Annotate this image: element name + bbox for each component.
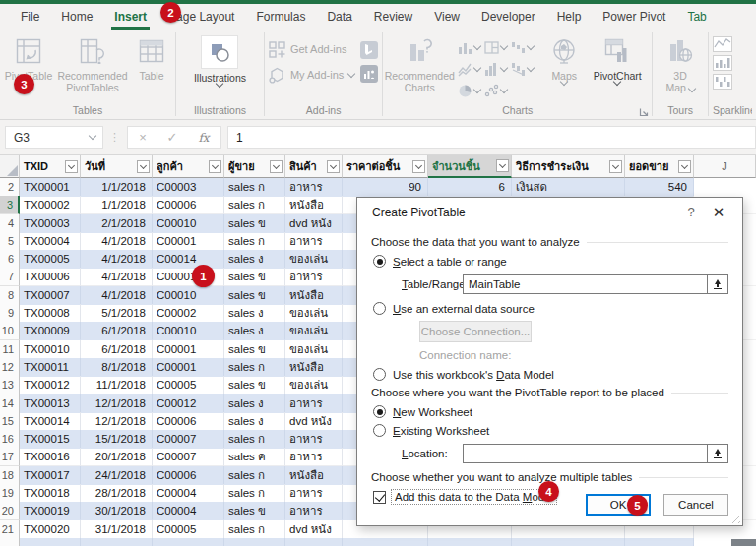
row-header[interactable]: 10 [0, 322, 20, 340]
cell[interactable]: 4/1/2018 [81, 250, 153, 269]
row-header[interactable]: 16 [0, 430, 20, 449]
cell[interactable]: sales ก [224, 484, 285, 503]
row-header[interactable]: 13 [0, 376, 20, 394]
cell[interactable]: sales ง [224, 322, 285, 340]
cell[interactable]: sales ง [224, 412, 285, 431]
cell[interactable]: sales ก [224, 466, 285, 485]
row-header[interactable]: 20 [0, 502, 20, 520]
filter-dropdown-button[interactable] [137, 160, 150, 173]
radio-existing-worksheet[interactable]: Existing Worksheet [371, 424, 728, 437]
cell[interactable]: อาหาร [285, 430, 343, 449]
cell[interactable]: 24/1/2018 [81, 466, 153, 485]
cell[interactable]: sales ค [224, 448, 285, 466]
cell[interactable]: 28/1/2018 [81, 484, 153, 503]
radio-button[interactable] [373, 405, 386, 418]
cell[interactable]: หนังสือ [285, 286, 343, 305]
cell[interactable]: C00007 [153, 448, 224, 466]
illustrations-button[interactable]: Illustrations [185, 32, 254, 97]
cell[interactable]: 12/1/2018 [81, 394, 153, 413]
cell[interactable]: TX00011 [20, 358, 81, 377]
cell[interactable]: sales ข [224, 376, 285, 394]
location-input[interactable] [463, 444, 708, 463]
formula-input[interactable]: 1 [227, 126, 756, 149]
insert-function-icon[interactable]: fx [187, 131, 220, 145]
my-addins-button[interactable]: My Add-ins [269, 62, 354, 88]
cell[interactable]: C00006 [153, 412, 224, 431]
radio-button[interactable] [373, 368, 386, 381]
cell[interactable]: C00004 [153, 484, 224, 503]
row-header[interactable]: 9 [0, 304, 20, 323]
cell[interactable]: C00014 [153, 250, 224, 269]
stock-chart-button[interactable] [511, 58, 537, 80]
people-graph-addin-icon[interactable] [360, 65, 378, 83]
confirm-entry-icon[interactable]: ✓ [158, 130, 187, 145]
column-chart-button[interactable] [458, 36, 484, 58]
cell[interactable]: 2/1/2018 [81, 214, 153, 233]
cell[interactable]: TX00006 [20, 268, 81, 286]
cell[interactable]: sales ก [224, 358, 285, 377]
column-header[interactable]: วิธีการชำระเงิน [512, 155, 625, 178]
cell[interactable]: 4/1/2018 [81, 232, 153, 251]
row-header[interactable]: 3 [0, 196, 20, 214]
column-sparkline-button[interactable] [713, 55, 732, 71]
filter-dropdown-button[interactable] [327, 160, 340, 173]
cell[interactable]: sales ข [224, 502, 285, 520]
radio-button[interactable] [373, 302, 386, 315]
column-header[interactable]: ลูกค้า [153, 155, 224, 178]
cell[interactable]: C00007 [153, 430, 224, 449]
cell[interactable]: 1/1/2018 [81, 178, 153, 197]
cell[interactable]: C00006 [153, 196, 224, 214]
cancel-button[interactable]: Cancel [663, 494, 728, 516]
radio-select-table-or-range[interactable]: Select a table or range [371, 255, 728, 268]
dialog-title-bar[interactable]: Create PivotTable ? ✕ [357, 198, 742, 226]
cell[interactable]: 30/1/2018 [81, 502, 153, 520]
column-header[interactable]: วันที่ [81, 155, 153, 178]
cell[interactable]: C00001 [153, 232, 224, 251]
resize-grip[interactable] [728, 512, 740, 523]
cell[interactable]: TX00012 [20, 376, 81, 394]
filter-dropdown-button[interactable] [678, 160, 691, 173]
histogram-chart-button[interactable] [484, 58, 511, 80]
tab-power-pivot[interactable]: Power Pivot [592, 4, 676, 30]
radio-external-data-source[interactable]: Use an external data source [371, 302, 728, 315]
cell[interactable]: C00003 [153, 178, 224, 197]
tab-home[interactable]: Home [50, 4, 103, 30]
column-header[interactable]: ผู้ขาย [224, 155, 285, 178]
cell[interactable]: 15/1/2018 [81, 430, 153, 449]
cell[interactable]: C00005 [153, 520, 224, 539]
row-header[interactable]: 5 [0, 232, 20, 251]
charts-dialog-launcher[interactable] [639, 107, 649, 117]
filter-dropdown-button[interactable] [412, 160, 425, 173]
cell[interactable]: dvd หนัง [285, 520, 343, 539]
tab-formulas[interactable]: Formulas [245, 4, 316, 30]
cell[interactable]: C00010 [153, 214, 224, 233]
filter-dropdown-button[interactable] [609, 160, 622, 173]
cell[interactable]: sales ข [224, 214, 285, 233]
cell[interactable]: sales ก [224, 520, 285, 539]
cell[interactable]: หนังสือ [285, 196, 343, 214]
row-header[interactable]: 7 [0, 268, 20, 286]
tab-data[interactable]: Data [316, 4, 362, 30]
scatter-chart-button[interactable] [484, 80, 511, 101]
tab-view[interactable]: View [423, 4, 471, 30]
tab-table-design[interactable]: Tab [676, 4, 717, 30]
cell[interactable]: 31/1/2018 [81, 520, 153, 539]
cell[interactable]: ของเล่น [285, 322, 343, 340]
cell[interactable]: 540 [625, 178, 694, 197]
cell[interactable]: อาหาร [285, 232, 343, 251]
row-header[interactable]: 2 [0, 178, 20, 197]
tab-developer[interactable]: Developer [471, 4, 546, 30]
row-header[interactable]: 11 [0, 340, 20, 359]
cell[interactable]: TX00015 [20, 430, 81, 449]
cell[interactable]: อาหาร [285, 502, 343, 520]
name-box[interactable]: G3 [5, 126, 103, 149]
cell[interactable]: sales ข [224, 340, 285, 359]
cell[interactable]: sales ก [224, 178, 285, 197]
tab-review[interactable]: Review [363, 4, 423, 30]
cell[interactable]: 5/1/2018 [81, 304, 153, 323]
line-chart-button[interactable] [458, 58, 484, 80]
row-header[interactable]: 8 [0, 286, 20, 305]
tab-file[interactable]: File [10, 4, 50, 30]
cell[interactable]: ของเล่น [285, 304, 343, 323]
radio-new-worksheet[interactable]: New Worksheet [371, 405, 728, 418]
